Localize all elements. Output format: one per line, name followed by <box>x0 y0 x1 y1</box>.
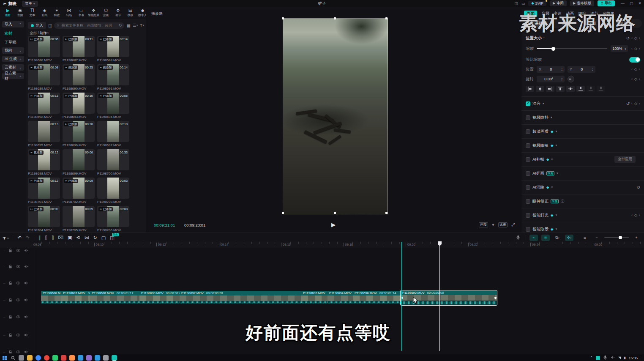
taskbar-app-purple-icon[interactable] <box>86 355 92 361</box>
ribbon-tab-素材[interactable]: ▶素材 <box>2 7 14 19</box>
ribbon-tab-滤镜[interactable]: ⬡滤镜 <box>100 7 112 19</box>
auto-snap-button[interactable]: ≋ <box>541 235 550 241</box>
section-AI消除[interactable]: AI消除◆▾↺ <box>521 180 644 194</box>
search-input[interactable] <box>61 23 117 28</box>
nav-group-AI 生成[interactable]: AI 生成⌄ <box>2 56 24 62</box>
section-视频防抖[interactable]: 视频防抖▾ <box>521 110 644 124</box>
rotate-button[interactable]: ↻ <box>93 235 97 240</box>
timeline-clip[interactable]: P1198693.MOV00: <box>301 291 327 304</box>
media-item[interactable]: 00:13P1198695.MOV <box>28 121 60 147</box>
AI消除-checkbox[interactable] <box>526 185 530 190</box>
nav-group-官方素材[interactable]: 官方素材⌄ <box>2 73 24 79</box>
taskbar-task-view-icon[interactable] <box>19 355 24 361</box>
taskbar-chrome-icon[interactable] <box>44 355 49 361</box>
lock-icon[interactable] <box>8 298 13 302</box>
timeline-clip[interactable]: P1198686.M <box>41 291 61 304</box>
ribbon-tab-智能包装[interactable]: ❖智能包装 <box>87 7 100 19</box>
media-item[interactable]: ✂已添加00:14P1198688.MOV <box>97 36 129 62</box>
timeline-zoom-slider[interactable] <box>604 237 629 238</box>
视频防抖-checkbox[interactable] <box>526 115 530 120</box>
lock-icon[interactable] <box>8 281 13 285</box>
chevron-down-icon[interactable]: ▾ <box>556 213 557 217</box>
inspector-tab-动画[interactable]: 动画 <box>566 11 574 16</box>
inspector-subtab-基础[interactable]: 基础 <box>530 20 548 27</box>
fullscreen-icon[interactable]: ⤢ <box>511 222 515 227</box>
media-item[interactable]: 00:09P1198705.MOV <box>63 206 95 232</box>
tray-chevron-icon[interactable]: ⌃ <box>590 356 593 360</box>
eye-icon[interactable] <box>16 298 21 302</box>
inspector-tab-变速[interactable]: 变速 <box>554 11 562 16</box>
reset-icon[interactable]: ↺ <box>626 36 630 41</box>
zoom-slider-knob[interactable] <box>619 236 622 239</box>
混合-checkbox[interactable] <box>526 101 530 106</box>
selection-handle[interactable] <box>385 17 387 19</box>
ribbon-tab-字幕[interactable]: ▭字幕 <box>75 7 87 19</box>
chevron-down-icon[interactable]: ▾ <box>556 130 557 133</box>
chevron-down-icon[interactable]: ▾ <box>543 102 544 105</box>
nav-import[interactable]: 导入 ⌃ <box>2 21 24 27</box>
align-bottom-button[interactable] <box>576 86 585 92</box>
scale-slider-knob[interactable] <box>551 47 555 51</box>
media-item[interactable]: ✂已添加00:20P1198696.MOV <box>63 121 95 147</box>
position-y-field[interactable]: Y 0 ▴▾ <box>568 66 595 73</box>
nav-group-我的[interactable]: 我的⌄ <box>2 47 24 54</box>
media-item[interactable]: 00:33P1198700.MOV <box>97 149 129 175</box>
mute-icon[interactable] <box>24 264 29 269</box>
media-item[interactable]: 00:03P1198703.MOV <box>97 178 129 204</box>
reverse-button[interactable]: ⟲ <box>76 235 80 240</box>
ribbon-tab-文本[interactable]: TI文本 <box>26 7 38 19</box>
timeline-clip[interactable]: P1198688.MOV00:00:01:17 <box>90 291 139 304</box>
eye-icon[interactable] <box>16 264 21 269</box>
inspector-tab-音频[interactable]: 音频 <box>541 11 549 16</box>
inspector-subtab-抠像[interactable]: 抠像 <box>557 20 575 27</box>
align-center-v-button[interactable] <box>566 86 575 92</box>
selection-handle[interactable] <box>282 212 284 214</box>
section-AI扩画[interactable]: AI扩画限免▾ <box>521 166 644 180</box>
position-size-header[interactable]: 位置大小 ⌃ ↺ ‹◇› <box>526 34 640 42</box>
media-item[interactable]: ✂已添加00:09P1198702.MOV <box>63 178 95 204</box>
lock-icon[interactable] <box>8 315 13 319</box>
taskbar-app-blue-icon[interactable] <box>78 355 83 361</box>
media-item[interactable]: ✂已添加00:13P1198692.MOV <box>28 93 60 119</box>
extract-audio-button[interactable]: ◫限免 <box>110 235 114 240</box>
视频降噪-checkbox[interactable] <box>526 143 530 148</box>
section-智能打光[interactable]: 智能打光◆▾‹◇› <box>521 208 644 222</box>
taskbar-vscode-icon[interactable] <box>95 355 100 361</box>
reset-icon[interactable]: ↺ <box>626 101 630 106</box>
menu-button[interactable]: 菜单▾ <box>22 1 38 7</box>
compact-view-icon[interactable]: ◫ <box>48 23 52 28</box>
mute-icon[interactable] <box>24 298 29 302</box>
svip-button[interactable]: ◆ SVIP <box>528 1 546 6</box>
breadcrumb-current[interactable]: 制作1 <box>40 31 49 35</box>
mirror-button[interactable]: ⋈ <box>85 235 89 240</box>
taskbar-start-icon[interactable] <box>2 355 7 361</box>
sort-button[interactable]: ☰▾ <box>133 23 138 27</box>
panel-layout-2-icon[interactable]: ▭ <box>521 1 525 5</box>
import-button[interactable]: 导入 <box>28 22 46 29</box>
scale-slider[interactable] <box>537 48 607 49</box>
media-item[interactable]: ✂已添加00:05P1198694.MOV <box>97 93 129 119</box>
focus-icon[interactable]: ⌖ <box>492 222 494 227</box>
selection-handle[interactable] <box>334 17 336 19</box>
mute-icon[interactable] <box>24 350 29 353</box>
ribbon-tab-转场[interactable]: ⋈转场 <box>63 7 75 19</box>
ribbon-tab-特效[interactable]: ✶特效 <box>51 7 63 19</box>
tray-speaker-icon[interactable] <box>610 355 615 361</box>
undo-button[interactable]: ↶ <box>17 235 21 240</box>
chevron-down-icon[interactable]: ▾ <box>557 172 558 175</box>
keyframe-icon[interactable]: ◇ <box>634 77 637 81</box>
media-item[interactable]: ✂已添加00:25P1198690.MOV <box>63 64 95 90</box>
preview-axis-button[interactable]: ✛▾ <box>565 235 573 241</box>
keyframe-icon[interactable]: ◇ <box>634 46 637 51</box>
media-item[interactable]: ✂已添加00:09P1198689.MOV <box>28 64 60 90</box>
AI补帧-checkbox[interactable] <box>526 157 530 162</box>
grid-view-icon[interactable]: ▦ <box>126 23 130 28</box>
apply-all-button[interactable]: 全部应用 <box>614 156 636 163</box>
taskbar-firefox-icon[interactable] <box>69 355 75 361</box>
align-left-button[interactable] <box>526 86 534 92</box>
refresh-icon[interactable]: ↻ <box>119 23 122 27</box>
taskbar-file-explorer-icon[interactable] <box>27 355 33 361</box>
rotate-field[interactable]: 0.00° ▴▾ <box>537 76 565 82</box>
chevron-down-icon[interactable]: ▾ <box>551 186 553 189</box>
chevron-down-icon[interactable]: ▾ <box>551 116 552 119</box>
